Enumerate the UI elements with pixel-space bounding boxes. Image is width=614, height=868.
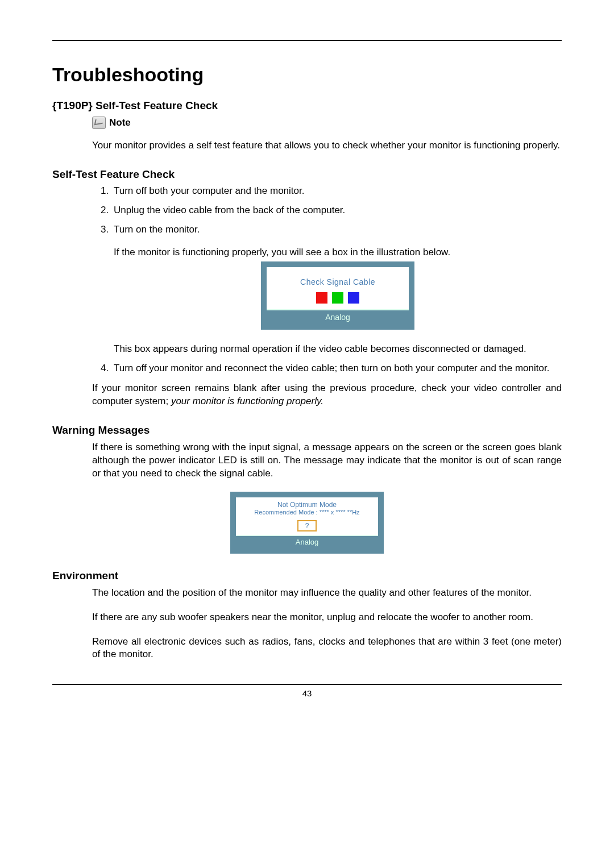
- osd1-title: Check Signal Cable: [267, 277, 409, 286]
- selftest-closing-b: your monitor is functioning properly.: [171, 396, 323, 406]
- step-2: Unplug the video cable from the back of …: [111, 205, 562, 216]
- osd2-line2: Recommended Mode : **** x **** **Hz: [236, 509, 378, 516]
- selftest-closing: If your monitor screen remains blank aft…: [92, 382, 562, 408]
- osd2-question: ?: [297, 520, 317, 531]
- rgb-squares: [267, 292, 409, 304]
- osd2-footer: Analog: [236, 535, 378, 548]
- green-square-icon: [332, 292, 343, 304]
- osd1-wrap: Check Signal Cable Analog: [114, 261, 562, 330]
- step-4: Turn off your monitor and reconnect the …: [111, 363, 562, 374]
- osd-check-signal-cable: Check Signal Cable Analog: [261, 261, 414, 330]
- note-label: Note: [109, 117, 131, 128]
- osd2-top: Not Optimum Mode Recommended Mode : ****…: [236, 497, 378, 535]
- red-square-icon: [316, 292, 327, 304]
- note-row: Note: [92, 117, 562, 129]
- osd2-wrap: Not Optimum Mode Recommended Mode : ****…: [52, 492, 562, 554]
- step-3: Turn on the monitor. If the monitor is f…: [111, 224, 562, 355]
- environment-p2: If there are any sub woofer speakers nea…: [92, 611, 562, 624]
- step-2-text: Unplug the video cable from the back of …: [114, 205, 345, 215]
- osd-not-optimum-mode: Not Optimum Mode Recommended Mode : ****…: [230, 492, 384, 554]
- bottom-rule: [52, 684, 562, 685]
- section-heading-selftest: Self-Test Feature Check: [52, 168, 562, 181]
- selftest-closing-a: If your monitor screen remains blank aft…: [92, 383, 562, 406]
- page: Troubleshooting {T190P} Self-Test Featur…: [0, 0, 614, 715]
- environment-p1: The location and the position of the mon…: [92, 587, 562, 600]
- step-1: Turn off both your computer and the moni…: [111, 185, 562, 197]
- step-4-text: Turn off your monitor and reconnect the …: [114, 363, 549, 373]
- note-icon: [92, 117, 106, 129]
- osd1-footer: Analog: [267, 309, 409, 324]
- osd1-top: Check Signal Cable: [267, 267, 409, 309]
- note-text: Your monitor provides a self test featur…: [92, 139, 562, 152]
- step-3-p1: If the monitor is functioning properly, …: [114, 247, 562, 258]
- selftest-steps: Turn off both your computer and the moni…: [92, 185, 562, 374]
- blue-square-icon: [348, 292, 359, 304]
- section-heading-warning: Warning Messages: [52, 424, 562, 437]
- page-title: Troubleshooting: [52, 64, 562, 86]
- section-heading-environment: Environment: [52, 570, 562, 582]
- osd2-line1: Not Optimum Mode: [236, 501, 378, 509]
- step-1-text: Turn off both your computer and the moni…: [114, 185, 304, 196]
- step-3-text: Turn on the monitor.: [114, 224, 200, 235]
- section-heading-selftest-model: {T190P} Self-Test Feature Check: [52, 99, 562, 112]
- step-3-p2: This box appears during normal operation…: [114, 343, 562, 355]
- warning-text: If there is something wrong with the inp…: [92, 441, 562, 480]
- page-number: 43: [52, 688, 562, 698]
- top-rule: [52, 40, 562, 41]
- environment-p3: Remove all electronic devices such as ra…: [92, 636, 562, 662]
